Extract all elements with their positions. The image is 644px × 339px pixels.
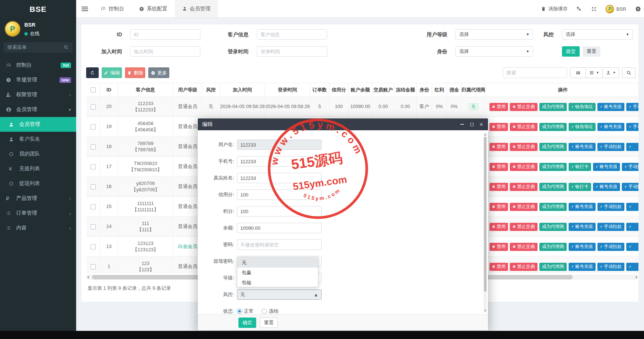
sidebar-item-8[interactable]: 提现列表 [0,176,76,191]
action-button-手动扣款[interactable]: ⚡手动扣款 [597,203,624,211]
action-button-成为代理商[interactable]: 成为代理商 [539,103,567,111]
row-checkbox[interactable] [91,104,96,110]
dropdown-option-包输[interactable]: 包输 [237,278,318,288]
action-button-手动扣款[interactable]: ⚡手动扣款 [622,163,638,171]
action-button-禁用[interactable]: ✖禁用 [489,223,508,231]
action-button-禁用[interactable]: ✖禁用 [489,143,508,151]
action-button-手动扣款[interactable]: ⚡手动扣款 [626,123,638,131]
submit-button[interactable]: 提交 [562,46,580,57]
clear-cache-button[interactable]: 清除缓存 [541,6,567,12]
action-button-禁用[interactable]: ✖禁用 [489,243,508,251]
action-button-账号充值[interactable]: ⚡账号充值 [569,263,596,271]
action-button-账号充值[interactable]: ⚡账号充值 [597,103,624,111]
filter-join-time-input[interactable] [130,46,200,57]
action-button-账号充值[interactable]: ⚡账号充值 [597,123,624,131]
action-button[interactable]: ⚡ [626,263,638,271]
edit-button[interactable]: 编辑 [102,67,122,78]
sidebar-search-input[interactable]: 搜索菜单 [4,42,72,53]
action-button-成为代理商[interactable]: 成为代理商 [539,203,567,211]
export-button[interactable]: ▼ [602,67,619,78]
modal-titlebar[interactable]: 编辑 ✕ [198,118,488,130]
dropdown-option-包赢[interactable]: 包赢 [237,268,318,278]
action-button-禁止交易[interactable]: ✖禁止交易 [510,203,537,211]
settings-cogs-icon[interactable] [635,6,641,12]
row-checkbox[interactable] [91,264,96,269]
action-button-钱包地址[interactable]: ⚡钱包地址 [569,103,596,111]
action-button-禁用[interactable]: ✖禁用 [489,163,508,171]
action-button-禁止交易[interactable]: ✖禁止交易 [510,223,537,231]
topbar-user[interactable]: P BSR [606,5,626,13]
action-button-禁止交易[interactable]: ✖禁止交易 [510,163,537,171]
radio-冻结[interactable]: 冻结 [262,308,278,315]
action-button-钱包地址[interactable]: ⚡钱包地址 [569,123,596,131]
tab-2[interactable]: 会员管理 [175,0,218,17]
fullscreen-icon[interactable] [591,6,597,12]
scroll-right-icon[interactable] [636,276,637,279]
action-button-禁止交易[interactable]: ✖禁止交易 [510,263,537,271]
action-button-禁用[interactable]: ✖禁用 [489,103,508,111]
filter-id-input[interactable] [130,29,200,40]
action-button-禁止交易[interactable]: ✖禁止交易 [510,243,537,251]
action-button-银行卡[interactable]: ⚡银行卡 [569,183,591,191]
action-button-成为代理商[interactable]: 成为代理商 [539,243,567,251]
action-button-账号充值[interactable]: ⚡账号充值 [569,243,596,251]
more-button[interactable]: 更多 [148,67,169,78]
scroll-up-icon[interactable]: ▲ [484,133,487,136]
action-button[interactable]: ⚡ [626,203,638,211]
row-checkbox[interactable] [91,244,96,249]
tab-1[interactable]: 系统配置 [132,0,175,17]
modal-reset-button[interactable]: 重置 [260,318,278,328]
row-checkbox[interactable] [91,164,96,170]
filter-risk-select[interactable]: 选择 ▼ [562,29,633,40]
action-button-手动扣款[interactable]: ⚡手动扣款 [597,263,624,271]
select-all-checkbox[interactable] [91,87,96,93]
list-view-button[interactable] [570,67,586,78]
sidebar-item-9[interactable]: ₽产品管理‹ [0,191,76,206]
action-button-禁止交易[interactable]: ✖禁止交易 [510,183,537,191]
action-button-禁用[interactable]: ✖禁用 [489,183,508,191]
table-search-input[interactable] [503,67,567,78]
action-button-账号充值[interactable]: ⚡账号充值 [569,203,596,211]
action-button-成为代理商[interactable]: 成为代理商 [539,163,567,171]
action-button-禁用[interactable]: ✖禁用 [489,203,508,211]
restore-icon[interactable] [470,122,474,127]
action-button-银行卡[interactable]: ⚡银行卡 [569,163,591,171]
action-button[interactable]: ⚡ [626,243,638,251]
action-button-手动扣款[interactable]: ⚡手动扣款 [597,243,624,251]
action-button[interactable]: ⚡ [626,223,638,231]
action-button-手动扣款[interactable]: ⚡手动扣款 [597,143,624,151]
action-button-账号充值[interactable]: ⚡账号充值 [593,163,620,171]
modal-scrollbar[interactable]: ▲ ▼ [484,132,487,313]
action-button-手动扣款[interactable]: ⚡手动扣款 [597,223,624,231]
action-button-禁止交易[interactable]: ✖禁止交易 [510,123,537,131]
action-button-成为代理商[interactable]: 成为代理商 [539,183,567,191]
confirm-button[interactable]: 确定 [238,318,256,328]
action-button-账号充值[interactable]: ⚡账号充值 [593,183,620,191]
action-button-禁止交易[interactable]: ✖禁止交易 [510,143,537,151]
sidebar-item-3[interactable]: 会员管理▾ [0,102,76,117]
filter-login-time-input[interactable] [257,46,327,57]
advanced-search-button[interactable] [622,67,635,78]
sidebar-item-5[interactable]: 客户实名 [0,132,76,147]
scroll-left-icon[interactable] [87,276,89,279]
action-button-账号充值[interactable]: ⚡账号充值 [569,223,596,231]
refresh-button[interactable] [86,67,99,78]
action-button-手动扣款[interactable]: ⚡手动扣款 [622,183,638,191]
row-checkbox[interactable] [91,124,96,130]
delete-button[interactable]: 删除 [125,67,145,78]
action-button-成为代理商[interactable]: 成为代理商 [539,263,567,271]
sidebar-item-10[interactable]: 订单管理‹ [0,206,76,221]
sidebar-item-0[interactable]: 控制台hot [0,58,76,73]
row-checkbox[interactable] [91,204,96,209]
modal-input-1[interactable] [237,156,322,167]
radio-正常[interactable]: 正常 [237,308,254,315]
reset-button[interactable]: 重置 [583,46,600,57]
filter-identity-select[interactable]: 选择 ▼ [455,46,533,57]
action-button-禁用[interactable]: ✖禁用 [489,263,508,271]
sidebar-item-2[interactable]: 权限管理‹ [0,87,76,102]
row-checkbox[interactable] [91,184,96,189]
action-button-手动扣款[interactable]: ⚡手动扣款 [626,103,638,111]
modal-input-5[interactable] [237,223,322,233]
minimize-icon[interactable] [460,122,464,127]
close-icon[interactable]: ✕ [479,122,484,127]
